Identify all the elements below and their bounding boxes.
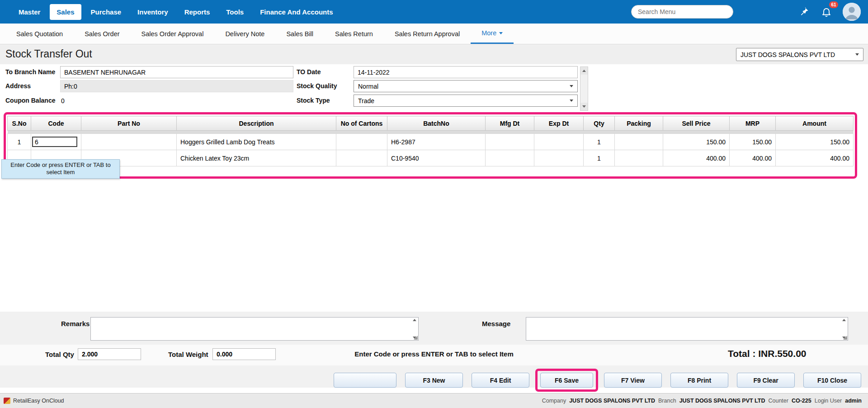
col-qty: Qty: [584, 116, 615, 131]
cell-batchno: C10-9540: [387, 150, 486, 166]
cell-packing: [615, 150, 663, 166]
search-menu-input[interactable]: [631, 5, 733, 19]
col-description: Description: [177, 116, 336, 131]
notification-count-badge: 61: [829, 1, 838, 8]
save-button-highlight: F6 Save: [535, 369, 598, 392]
cell-packing: [615, 134, 663, 150]
f10-close-button[interactable]: F10 Close: [803, 373, 861, 388]
tab-sales-bill[interactable]: Sales Bill: [275, 24, 324, 44]
col-packing: Packing: [615, 116, 663, 131]
f6-save-button[interactable]: F6 Save: [540, 373, 593, 388]
address-label: Address: [5, 80, 31, 92]
chevron-down-icon: [855, 53, 859, 56]
cell-batchno: H6-2987: [387, 134, 486, 150]
cell-qty: 1: [584, 150, 615, 166]
tab-sales-return[interactable]: Sales Return: [324, 24, 384, 44]
pin-icon[interactable]: [797, 5, 810, 18]
stock-type-value: Trade: [358, 97, 374, 104]
col-sno: S.No: [8, 116, 31, 131]
to-date-label: TO Date: [297, 66, 321, 78]
login-user-value: admin: [845, 398, 862, 404]
code-entry-tooltip: Enter Code or press ENTER or TAB to sele…: [1, 159, 120, 179]
cell-mrp: 150.00: [730, 134, 776, 150]
stock-type-select[interactable]: Trade: [354, 95, 578, 107]
cell-sell-price: 150.00: [663, 134, 730, 150]
cell-code: [31, 134, 81, 150]
item-code-input[interactable]: [32, 137, 77, 147]
tab-more[interactable]: More: [471, 24, 514, 44]
col-mfg-dt: Mfg Dt: [486, 116, 534, 131]
address-field: Ph:0: [60, 80, 293, 92]
tab-delivery-note[interactable]: Delivery Note: [214, 24, 275, 44]
function-buttons: F3 New F4 Edit F6 Save F7 View F8 Print …: [334, 369, 861, 392]
blank-button[interactable]: [334, 373, 396, 388]
chevron-down-icon: [570, 100, 573, 102]
menu-reports[interactable]: Reports: [178, 4, 217, 20]
cell-qty: 1: [584, 134, 615, 150]
menu-tools[interactable]: Tools: [219, 4, 250, 20]
form-scrollbar[interactable]: [580, 66, 588, 111]
stock-quality-value: Normal: [358, 83, 378, 90]
status-right: Company JUST DOGS SPALONS PVT LTD Branch…: [542, 394, 862, 408]
f8-print-button[interactable]: F8 Print: [670, 373, 728, 388]
cell-amount: 400.00: [776, 150, 854, 166]
counter-value: CO-225: [792, 398, 811, 404]
stock-quality-select[interactable]: Normal: [354, 80, 578, 92]
table-spacer-row: [8, 131, 854, 134]
stock-quality-label: Stock Quality: [297, 80, 337, 92]
page-header: Stock Transfer Out JUST DOGS SPALONS PVT…: [0, 44, 868, 64]
cell-part-no: [81, 134, 177, 150]
to-branch-label: To Branch Name: [5, 66, 55, 78]
company-select[interactable]: JUST DOGS SPALONS PVT LTD: [736, 48, 863, 61]
cell-mfg-dt: [486, 150, 534, 166]
f9-clear-button[interactable]: F9 Clear: [737, 373, 795, 388]
table-row[interactable]: Chicken Latex Toy 23cm C10-9540 1 400.00…: [8, 150, 854, 166]
remarks-textarea[interactable]: [90, 317, 419, 341]
f7-view-button[interactable]: F7 View: [604, 373, 662, 388]
items-grid-highlight: S.No Code Part No Description No of Cart…: [4, 112, 857, 179]
stock-type-label: Stock Type: [297, 95, 330, 107]
tab-sales-order-approval[interactable]: Sales Order Approval: [131, 24, 215, 44]
counter-label: Counter: [768, 398, 788, 404]
cell-amount: 150.00: [776, 134, 854, 150]
f3-new-button[interactable]: F3 New: [405, 373, 463, 388]
stock-transfer-out-screen: Master Sales Purchase Inventory Reports …: [0, 0, 868, 408]
cell-exp-dt: [534, 134, 584, 150]
col-sell-price: Sell Price: [663, 116, 730, 131]
menu-sales[interactable]: Sales: [50, 4, 81, 20]
remarks-label: Remarks: [61, 320, 90, 327]
scroll-down-icon[interactable]: [580, 103, 588, 110]
user-avatar[interactable]: [843, 3, 861, 21]
col-part-no: Part No: [81, 116, 177, 131]
company-value: JUST DOGS SPALONS PVT LTD: [569, 398, 655, 404]
menu-inventory[interactable]: Inventory: [131, 4, 175, 20]
scroll-up-icon[interactable]: [580, 67, 588, 75]
tab-sales-order[interactable]: Sales Order: [74, 24, 130, 44]
menu-finance-accounts[interactable]: Finance And Accounts: [253, 4, 340, 20]
menu-master[interactable]: Master: [12, 4, 47, 20]
to-date-input[interactable]: [354, 66, 578, 78]
grand-total: Total : INR.550.00: [728, 348, 807, 359]
col-no-of-cartons: No of Cartons: [336, 116, 387, 131]
tab-sales-quotation[interactable]: Sales Quotation: [5, 24, 74, 44]
coupon-balance-text: 0: [61, 97, 65, 104]
address-value: Ph:0: [64, 83, 77, 90]
f4-edit-button[interactable]: F4 Edit: [472, 373, 529, 388]
cell-cartons: [336, 150, 387, 166]
message-textarea[interactable]: [526, 317, 848, 341]
table-row[interactable]: 1 Hoggers Grilled Lamb Dog Treats H6-298…: [8, 134, 854, 150]
to-branch-input[interactable]: [60, 66, 293, 78]
app-name: RetailEasy OnCloud: [13, 398, 64, 404]
tab-sales-return-approval[interactable]: Sales Return Approval: [384, 24, 471, 44]
company-label: Company: [542, 398, 566, 404]
col-batchno: BatchNo: [387, 116, 486, 131]
page-title: Stock Transfer Out: [5, 48, 92, 60]
top-menu-bar: Master Sales Purchase Inventory Reports …: [0, 0, 868, 24]
top-nav: Master Sales Purchase Inventory Reports …: [12, 0, 340, 24]
branch-value: JUST DOGS SPALONS PVT LTD: [679, 398, 765, 404]
cell-cartons: [336, 134, 387, 150]
menu-purchase[interactable]: Purchase: [84, 4, 128, 20]
branch-label: Branch: [658, 398, 676, 404]
cell-description: Hoggers Grilled Lamb Dog Treats: [177, 134, 336, 150]
table-header-row: S.No Code Part No Description No of Cart…: [8, 116, 854, 131]
